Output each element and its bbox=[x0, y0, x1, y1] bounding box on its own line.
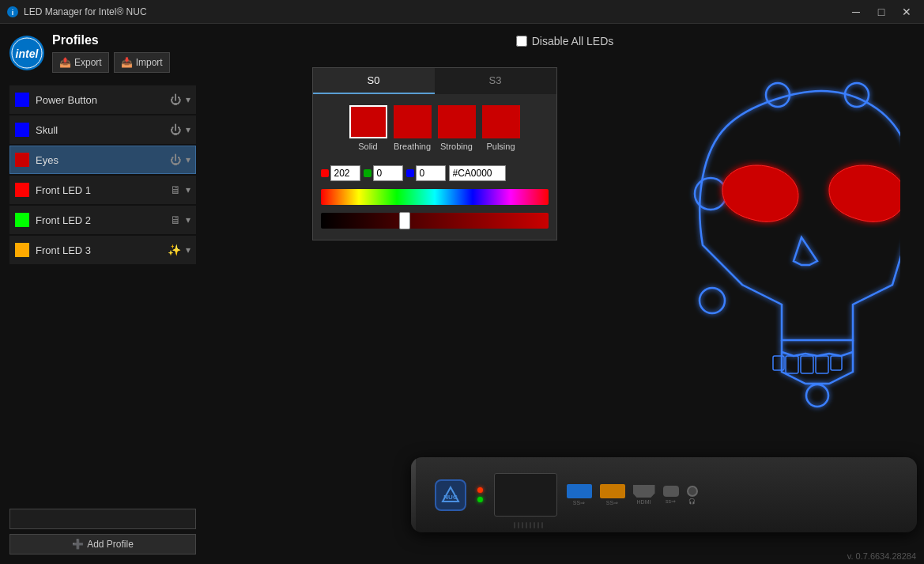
red-dot bbox=[321, 169, 329, 177]
right-area: Disable All LEDs S0 S3 bbox=[206, 24, 924, 564]
green-input[interactable] bbox=[373, 165, 403, 181]
front2-label: Front LED 2 bbox=[36, 214, 170, 226]
color-inputs bbox=[321, 165, 549, 181]
skull-label: Skull bbox=[36, 124, 170, 136]
led-item-front1[interactable]: Front LED 1 🖥 ▾ bbox=[9, 176, 196, 204]
front1-label: Front LED 1 bbox=[36, 184, 170, 196]
usb-orange-label: SS⇒ bbox=[606, 500, 618, 506]
config-tabs: S0 S3 bbox=[313, 68, 556, 94]
nuc-body: NUC SS⇒ SS⇒ bbox=[411, 457, 917, 532]
effect-pulsing[interactable]: Pulsing bbox=[482, 105, 520, 151]
add-profile-input[interactable] bbox=[9, 509, 196, 529]
import-icon: 📥 bbox=[121, 57, 133, 68]
red-channel bbox=[321, 165, 360, 181]
led-item-power-button[interactable]: Power Button ⏻ ▾ bbox=[9, 85, 196, 114]
sidebar: intel Profiles 📤 Export 📥 Import bbox=[0, 24, 206, 564]
svg-rect-12 bbox=[801, 356, 813, 373]
brightness-slider-container bbox=[321, 213, 549, 229]
skull-chevron: ▾ bbox=[186, 124, 190, 135]
front3-label: Front LED 3 bbox=[36, 244, 168, 256]
sidebar-header: intel Profiles 📤 Export 📥 Import bbox=[9, 33, 196, 78]
svg-text:NUC: NUC bbox=[443, 494, 458, 501]
front3-icon: ✨ bbox=[168, 244, 181, 256]
eyes-icon: ⏻ bbox=[170, 153, 181, 166]
audio-port bbox=[687, 486, 698, 497]
brightness-thumb[interactable] bbox=[399, 212, 410, 229]
blue-input[interactable] bbox=[416, 165, 446, 181]
svg-text:i: i bbox=[12, 9, 14, 17]
hdmi-port bbox=[633, 485, 655, 498]
led-item-front2[interactable]: Front LED 2 🖥 ▾ bbox=[9, 206, 196, 234]
disable-all-leds-checkbox[interactable] bbox=[516, 36, 527, 47]
power-icon: ⏻ bbox=[170, 93, 181, 106]
hex-input[interactable] bbox=[449, 165, 506, 181]
export-button[interactable]: 📤 Export bbox=[52, 52, 109, 73]
top-bar: Disable All LEDs bbox=[206, 24, 924, 54]
blue-dot bbox=[406, 169, 414, 177]
nuc-vents bbox=[514, 522, 543, 528]
svg-rect-11 bbox=[786, 356, 798, 373]
power-button-chevron: ▾ bbox=[186, 94, 190, 105]
add-icon: ➕ bbox=[72, 539, 84, 550]
usbc-group: ss⇒ bbox=[663, 486, 679, 505]
usb-blue-port bbox=[567, 484, 592, 498]
version-text: v. 0.7.6634.28284 bbox=[847, 551, 916, 561]
red-input[interactable] bbox=[330, 165, 360, 181]
config-body: Solid Breathing Strobing Pulsing bbox=[313, 94, 556, 240]
eyes-color-swatch bbox=[15, 153, 29, 167]
blue-channel bbox=[406, 165, 446, 181]
front2-icon: 🖥 bbox=[170, 214, 181, 226]
solid-label: Solid bbox=[358, 142, 377, 151]
strobing-label: Strobing bbox=[440, 142, 473, 151]
power-button-color-swatch bbox=[15, 93, 29, 107]
import-button[interactable]: 📥 Import bbox=[114, 52, 170, 73]
title-bar: i LED Manager for Intel® NUC ─ □ ✕ bbox=[0, 0, 924, 24]
skull-visualization bbox=[647, 63, 900, 459]
add-profile-area: ➕ Add Profile bbox=[9, 501, 196, 555]
led-green-dot bbox=[477, 497, 483, 502]
breathing-swatch bbox=[394, 105, 432, 138]
skull-svg bbox=[647, 63, 900, 459]
green-channel bbox=[364, 165, 403, 181]
pulsing-label: Pulsing bbox=[486, 142, 515, 151]
maximize-button[interactable]: □ bbox=[870, 4, 892, 20]
breathing-label: Breathing bbox=[394, 142, 431, 151]
tab-s3[interactable]: S3 bbox=[435, 68, 556, 94]
hue-track[interactable] bbox=[321, 189, 549, 205]
effect-breathing[interactable]: Breathing bbox=[394, 105, 432, 151]
add-profile-button[interactable]: ➕ Add Profile bbox=[9, 534, 196, 555]
usb-blue-group: SS⇒ bbox=[567, 484, 592, 506]
brightness-track[interactable] bbox=[321, 213, 549, 229]
led-item-skull[interactable]: Skull ⏻ ▾ bbox=[9, 115, 196, 144]
tab-s0[interactable]: S0 bbox=[313, 68, 435, 94]
app-icon: i bbox=[6, 6, 19, 18]
minimize-button[interactable]: ─ bbox=[845, 4, 867, 20]
front1-icon: 🖥 bbox=[170, 184, 181, 196]
front2-chevron: ▾ bbox=[186, 214, 190, 225]
strobing-swatch bbox=[438, 105, 476, 138]
nuc-left-edge bbox=[411, 457, 416, 532]
close-button[interactable]: ✕ bbox=[896, 4, 918, 20]
usbc-port bbox=[663, 486, 679, 497]
led-item-eyes[interactable]: Eyes ⏻ ▾ bbox=[9, 146, 196, 174]
import-label: Import bbox=[136, 57, 163, 68]
svg-text:intel: intel bbox=[16, 47, 40, 60]
front3-chevron: ▾ bbox=[186, 244, 190, 256]
green-dot bbox=[364, 169, 371, 177]
svg-point-6 bbox=[766, 83, 790, 107]
profile-buttons: 📤 Export 📥 Import bbox=[52, 52, 170, 73]
led-item-front3[interactable]: Front LED 3 ✨ ▾ bbox=[9, 236, 196, 264]
usb-orange-port bbox=[600, 484, 625, 498]
nuc-led-indicators bbox=[477, 487, 483, 502]
export-icon: 📤 bbox=[59, 57, 71, 68]
export-label: Export bbox=[74, 57, 102, 68]
front1-chevron: ▾ bbox=[186, 184, 190, 195]
effect-grid: Solid Breathing Strobing Pulsing bbox=[321, 105, 549, 151]
pulsing-swatch bbox=[482, 105, 520, 138]
skull-color-swatch bbox=[15, 123, 29, 137]
usb-blue-label: SS⇒ bbox=[573, 500, 585, 506]
led-list: Power Button ⏻ ▾ Skull ⏻ ▾ Eyes ⏻ ▾ Fron… bbox=[9, 85, 196, 501]
nuc-logo-badge: NUC bbox=[435, 479, 466, 511]
effect-strobing[interactable]: Strobing bbox=[438, 105, 476, 151]
effect-solid[interactable]: Solid bbox=[349, 105, 387, 151]
